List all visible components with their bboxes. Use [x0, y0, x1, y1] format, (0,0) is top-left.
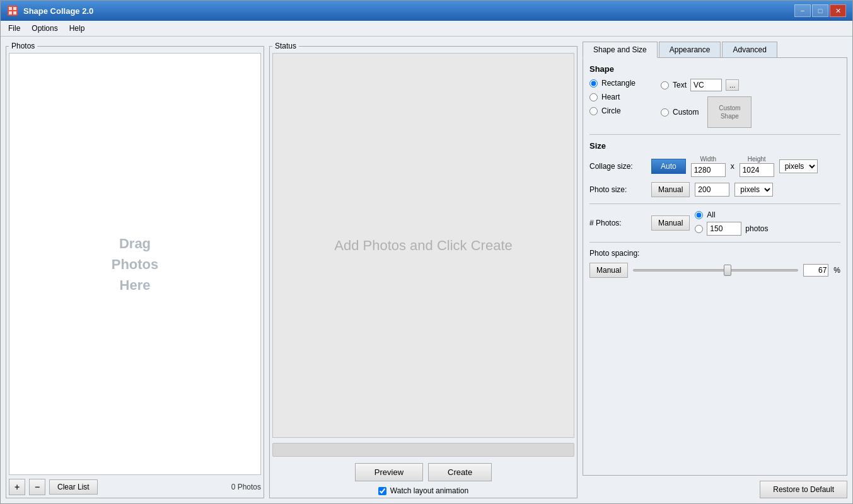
width-label: Width [700, 156, 716, 163]
num-photos-label: # Photos: [589, 219, 646, 227]
shape-radio-group-right: Text ... Custom CustomShape [661, 79, 751, 128]
photo-unit-select[interactable]: pixels [734, 183, 773, 197]
photo-size-row: Photo size: Manual pixels [589, 182, 840, 197]
custom-shape-row: Custom CustomShape [661, 96, 751, 128]
minimize-button[interactable]: − [794, 4, 811, 17]
add-photo-button[interactable]: + [9, 479, 25, 495]
photo-size-label: Photo size: [589, 185, 646, 194]
photo-size-input[interactable] [695, 183, 729, 197]
text-radio[interactable] [661, 81, 669, 89]
num-photos-row: # Photos: Manual All photos [589, 210, 840, 236]
x-label: x [731, 162, 734, 171]
browse-button[interactable]: ... [726, 79, 739, 91]
rectangle-label: Rectangle [601, 79, 635, 88]
text-value-input[interactable] [690, 79, 722, 91]
photos-panel: Photos Drag Photos Here + − Clear List 0… [6, 42, 264, 498]
unit-select[interactable]: pixels [779, 159, 818, 173]
spacing-controls-row: Manual % [589, 263, 840, 278]
window-controls: − □ ✕ [794, 4, 846, 17]
custom-shape-button[interactable]: CustomShape [707, 96, 751, 128]
tab-content-shape-size: Shape Rectangle Heart Circle [583, 58, 847, 476]
text-label: Text [673, 81, 687, 89]
title-bar: Shape Collage 2.0 − □ ✕ [1, 1, 852, 21]
heart-label: Heart [601, 93, 620, 101]
right-footer: Restore to Default [583, 476, 847, 498]
tab-shape-size[interactable]: Shape and Size [583, 42, 658, 58]
menu-options[interactable]: Options [26, 22, 62, 35]
photos-count-input[interactable] [707, 222, 741, 236]
collage-size-row: Collage size: Auto Width x Height pixels [589, 156, 840, 177]
status-panel-label: Status [272, 42, 299, 50]
height-input[interactable] [740, 163, 774, 177]
width-input[interactable] [691, 163, 726, 177]
photo-size-manual-button[interactable]: Manual [651, 182, 690, 197]
rectangle-radio[interactable] [589, 79, 598, 88]
circle-label: Circle [601, 106, 621, 115]
close-button[interactable]: ✕ [830, 4, 846, 17]
custom-radio[interactable] [661, 108, 669, 117]
photos-footer: + − Clear List 0 Photos [9, 479, 261, 495]
remove-photo-button[interactable]: − [29, 479, 45, 495]
menu-help[interactable]: Help [64, 22, 90, 35]
heart-radio[interactable] [589, 93, 598, 101]
photos-count-label: photos [745, 224, 768, 233]
right-panel: Shape and Size Appearance Advanced Shape… [583, 42, 847, 498]
height-label: Height [748, 156, 766, 163]
drag-photos-text: Drag Photos Here [112, 233, 159, 295]
custom-label: Custom [673, 108, 699, 117]
spacing-slider-track [633, 269, 798, 272]
spacing-slider-thumb[interactable] [724, 265, 731, 276]
restore-button[interactable]: □ [812, 4, 828, 17]
text-shape-row: Text ... [661, 79, 751, 91]
count-photos-radio[interactable] [695, 225, 703, 233]
menu-file[interactable]: File [3, 22, 25, 35]
window-title: Shape Collage 2.0 [23, 6, 93, 16]
photo-count: 0 Photos [231, 483, 261, 491]
status-placeholder: Add Photos and Click Create [334, 238, 513, 254]
svg-rect-4 [13, 11, 16, 14]
spacing-label: Photo spacing: [589, 249, 646, 258]
num-photos-manual-button[interactable]: Manual [651, 215, 690, 231]
heart-option[interactable]: Heart [589, 93, 635, 101]
create-button[interactable]: Create [428, 463, 492, 481]
watch-animation-label: Watch layout animation [390, 486, 468, 495]
shape-section-title: Shape [589, 64, 840, 74]
all-photos-option[interactable]: All [695, 210, 768, 219]
circle-radio[interactable] [589, 107, 598, 115]
percent-label: % [833, 266, 840, 275]
clear-list-button[interactable]: Clear List [49, 479, 98, 495]
action-buttons: Preview Create [272, 463, 574, 481]
spacing-manual-button[interactable]: Manual [589, 263, 628, 278]
watch-animation-checkbox[interactable] [378, 487, 386, 495]
preview-button[interactable]: Preview [355, 463, 423, 481]
status-canvas: Add Photos and Click Create [272, 53, 574, 438]
svg-rect-2 [13, 7, 16, 10]
size-section-title: Size [589, 141, 840, 151]
collage-size-label: Collage size: [589, 162, 646, 171]
tab-bar: Shape and Size Appearance Advanced [583, 42, 847, 58]
svg-rect-1 [9, 7, 12, 10]
menu-bar: File Options Help [1, 21, 852, 37]
tab-appearance[interactable]: Appearance [659, 42, 721, 57]
app-icon [7, 5, 18, 16]
auto-button[interactable]: Auto [651, 159, 686, 174]
all-photos-label: All [707, 210, 715, 219]
shape-radio-group-left: Rectangle Heart Circle [589, 79, 635, 128]
all-photos-radio[interactable] [695, 211, 703, 219]
photos-list[interactable]: Drag Photos Here [9, 53, 261, 475]
circle-option[interactable]: Circle [589, 106, 635, 115]
restore-default-button[interactable]: Restore to Default [760, 481, 847, 498]
divider-3 [589, 242, 840, 243]
rectangle-option[interactable]: Rectangle [589, 79, 635, 88]
progress-bar [272, 443, 574, 457]
spacing-slider-container [633, 265, 798, 276]
tab-advanced[interactable]: Advanced [722, 42, 777, 57]
watch-animation-row: Watch layout animation [272, 486, 574, 495]
svg-rect-3 [9, 11, 12, 14]
spacing-value-input[interactable] [803, 264, 828, 277]
main-content: Photos Drag Photos Here + − Clear List 0… [1, 37, 852, 503]
status-panel: Status Add Photos and Click Create Previ… [269, 42, 577, 498]
divider-2 [589, 203, 840, 204]
divider-1 [589, 134, 840, 135]
photos-panel-label: Photos [9, 42, 37, 50]
